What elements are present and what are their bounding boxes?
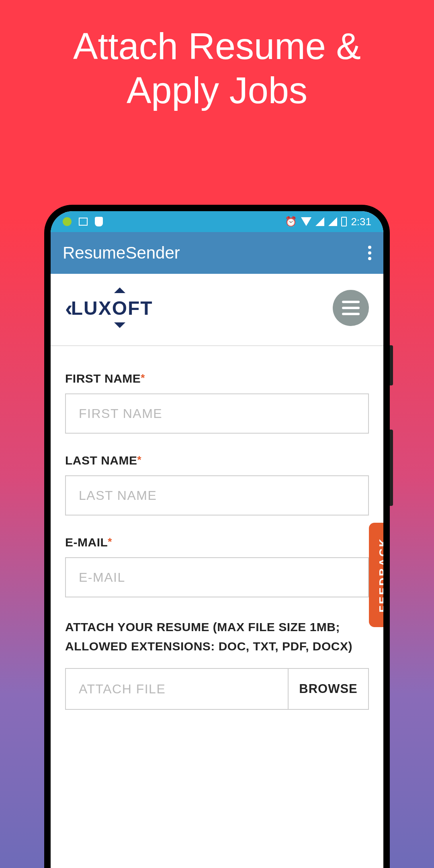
phone-frame: ⏰ 2:31 ResumeSender [44, 205, 390, 868]
promo-title-line2: Apply Jobs [0, 68, 434, 112]
more-menu-button[interactable] [368, 246, 371, 260]
logo-row: ‹ LUXOFT [65, 290, 369, 345]
status-bar: ⏰ 2:31 [51, 211, 383, 232]
phone-screen: ⏰ 2:31 ResumeSender [51, 211, 383, 868]
divider [51, 345, 383, 346]
battery-icon [341, 217, 347, 226]
app-bar: ResumeSender [51, 232, 383, 274]
browse-button[interactable]: BROWSE [288, 669, 368, 709]
status-bar-right: ⏰ 2:31 [285, 216, 371, 228]
last-name-label: LAST NAME* [65, 454, 369, 467]
app-icon-2 [95, 217, 103, 226]
logo-o: O [112, 297, 128, 319]
app-icon-1 [63, 217, 72, 226]
last-name-field-group: LAST NAME* [65, 454, 369, 516]
email-input[interactable] [65, 557, 369, 597]
image-icon [79, 218, 88, 226]
email-field-group: E-MAIL* [65, 536, 369, 597]
promo-title-line1: Attach Resume & [0, 24, 434, 68]
phone-mockup: ⏰ 2:31 ResumeSender [44, 205, 390, 868]
required-mark: * [141, 372, 145, 384]
content-area: ‹ LUXOFT FIRST NAME* [51, 274, 383, 710]
first-name-field-group: FIRST NAME* [65, 372, 369, 434]
hamburger-menu-button[interactable] [333, 290, 369, 326]
wifi-icon [301, 217, 311, 226]
attach-input-row: BROWSE [65, 668, 369, 710]
luxoft-logo: ‹ LUXOFT [65, 295, 153, 321]
first-name-input[interactable] [65, 393, 369, 434]
required-mark: * [137, 454, 142, 466]
status-time: 2:31 [351, 216, 371, 228]
app-title: ResumeSender [63, 243, 180, 263]
logo-prefix: LUX [71, 297, 112, 319]
attach-file-input[interactable] [66, 669, 288, 709]
last-name-input[interactable] [65, 475, 369, 516]
promo-title: Attach Resume & Apply Jobs [0, 0, 434, 113]
first-name-label: FIRST NAME* [65, 372, 369, 385]
phone-side-button-1 [390, 345, 393, 385]
attach-label: ATTACH YOUR RESUME (MAX FILE SIZE 1MB; A… [65, 617, 369, 656]
attach-field-group: ATTACH YOUR RESUME (MAX FILE SIZE 1MB; A… [65, 617, 369, 710]
signal-icon-2 [328, 217, 337, 226]
logo-suffix: FT [128, 297, 153, 319]
phone-side-button-2 [390, 430, 393, 506]
feedback-tab[interactable]: FEEDBACK [369, 523, 383, 627]
alarm-icon: ⏰ [285, 216, 297, 227]
status-bar-left [63, 217, 103, 226]
signal-icon-1 [315, 217, 324, 226]
email-label: E-MAIL* [65, 536, 369, 549]
feedback-label: FEEDBACK [377, 537, 383, 613]
required-mark: * [108, 536, 112, 548]
